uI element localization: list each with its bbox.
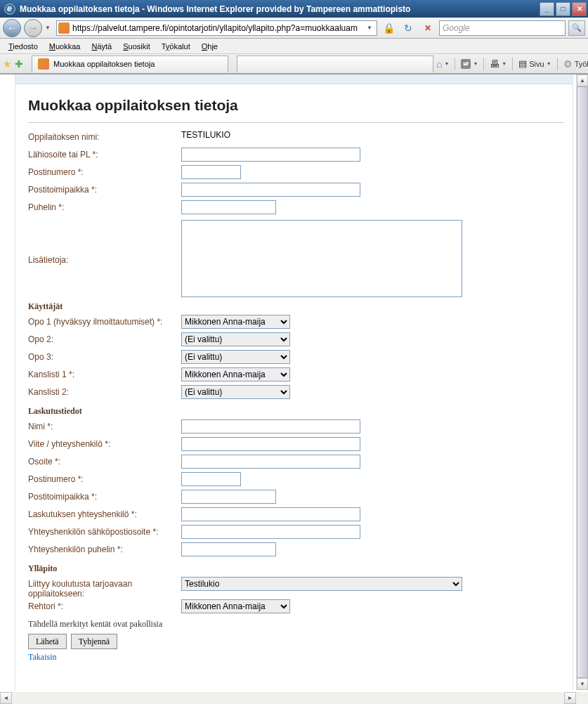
tab-title: Muokkaa oppilaitoksen tietoja <box>53 60 155 68</box>
history-dropdown[interactable]: ▼ <box>45 25 53 31</box>
vertical-scrollbar[interactable]: ▲ ▼ <box>576 74 588 690</box>
input-l-nimi[interactable] <box>181 419 360 434</box>
label-postitoimipaikka: Postitoimipaikka *: <box>28 183 181 195</box>
label-l-email: Yhteyshenkilön sähköpostiosoite *: <box>28 525 181 537</box>
refresh-button[interactable]: ↻ <box>400 20 417 36</box>
scroll-right-icon[interactable]: ► <box>564 692 576 704</box>
value-nimi: TESTILUKIO <box>181 130 230 140</box>
section-yllapito: Ylläpito <box>28 563 564 574</box>
input-l-postinumero[interactable] <box>181 472 241 486</box>
input-postinumero[interactable] <box>181 165 241 179</box>
scroll-left-icon[interactable]: ◄ <box>0 692 12 704</box>
label-rehtori: Rehtori *: <box>28 599 181 611</box>
back-button[interactable]: ← <box>3 19 21 37</box>
home-button[interactable]: ⌂▼ <box>433 56 452 72</box>
select-opo2[interactable]: (Ei valittu) <box>181 332 290 346</box>
page-menu[interactable]: ▤Sivu▼ <box>516 56 554 72</box>
url-text[interactable]: https://palvelut.tampere.fi/opintotarjot… <box>72 23 361 33</box>
label-l-viite: Viite / yhteyshenkilö *: <box>28 437 181 449</box>
textarea-lisatietoja[interactable] <box>181 220 462 297</box>
menu-help[interactable]: Ohje <box>197 41 222 52</box>
site-icon <box>58 22 70 34</box>
scroll-up-icon[interactable]: ▲ <box>577 74 588 86</box>
input-l-viite[interactable] <box>181 437 360 451</box>
rss-button[interactable]: ೫▼ <box>458 56 481 72</box>
select-opo3[interactable]: (Ei valittu) <box>181 350 290 364</box>
label-postinumero: Postinumero *: <box>28 165 181 177</box>
input-l-email[interactable] <box>181 525 360 539</box>
label-nimi: Oppilaitoksen nimi: <box>28 130 181 142</box>
label-liittyy: Liittyy koulutusta tarjoavaan oppilaitok… <box>28 577 181 599</box>
home-icon: ⌂ <box>436 58 442 70</box>
label-l-postinumero: Postinumero *: <box>28 472 181 484</box>
label-puhelin: Puhelin *: <box>28 200 181 212</box>
input-l-postitoimipaikka[interactable] <box>181 490 276 504</box>
menu-edit[interactable]: Muokkaa <box>45 41 85 52</box>
minimize-button[interactable]: _ <box>540 2 554 16</box>
window-titlebar: Muokkaa oppilaitoksen tietoja - Windows … <box>0 0 588 18</box>
select-kanslisti1[interactable]: Mikkonen Anna-maija <box>181 367 290 382</box>
tools-menu[interactable]: ⚙Työkalut▼ <box>561 56 588 72</box>
select-kanslisti2[interactable]: (Ei valittu) <box>181 385 290 399</box>
label-l-yhteys: Laskutuksen yhteyshenkilö *: <box>28 507 181 519</box>
tab-new[interactable] <box>237 56 433 72</box>
close-button[interactable]: ✕ <box>572 2 587 16</box>
required-note: Tähdellä merkityt kentät ovat pakollisia <box>28 619 564 630</box>
input-l-puhelin[interactable] <box>181 542 276 556</box>
tab-icon <box>38 58 49 70</box>
select-liittyy[interactable]: Testilukio <box>181 577 462 591</box>
url-input-container[interactable]: https://palvelut.tampere.fi/opintotarjot… <box>56 20 377 36</box>
add-favorite-icon[interactable]: ✚ <box>15 58 23 70</box>
label-kanslisti2: Kanslisti 2: <box>28 385 181 397</box>
input-l-osoite[interactable] <box>181 455 360 469</box>
menu-bar: Tiedosto Muokkaa Näytä Suosikit Työkalut… <box>0 39 588 54</box>
stop-button[interactable]: ✕ <box>419 20 436 36</box>
label-l-osoite: Osoite *: <box>28 455 181 467</box>
label-kanslisti1: Kanslisti 1 *: <box>28 367 181 379</box>
back-link[interactable]: Takaisin <box>28 652 56 662</box>
window-title: Muokkaa oppilaitoksen tietoja - Windows … <box>20 4 410 14</box>
address-bar: ← → ▼ https://palvelut.tampere.fi/opinto… <box>0 18 588 39</box>
maximize-button[interactable]: □ <box>556 2 570 16</box>
rss-icon: ೫ <box>461 59 471 69</box>
search-button[interactable]: 🔍 <box>568 20 585 36</box>
section-laskutustiedot: Laskutustiedot <box>28 406 564 417</box>
label-opo1: Opo 1 (hyväksyy ilmoittautumiset) *: <box>28 315 181 327</box>
submit-button[interactable]: Lähetä <box>28 634 67 649</box>
label-lahiosoite: Lähiosoite tai PL *: <box>28 148 181 159</box>
gear-icon: ⚙ <box>563 58 573 70</box>
print-icon: 🖶 <box>490 58 499 70</box>
search-input[interactable]: Google <box>439 20 566 36</box>
menu-tools[interactable]: Työkalut <box>157 41 195 52</box>
label-lisatietoja: Lisätietoja: <box>28 253 181 265</box>
print-button[interactable]: 🖶▼ <box>487 56 509 72</box>
label-opo2: Opo 2: <box>28 332 181 344</box>
reset-button[interactable]: Tyhjennä <box>71 634 117 649</box>
tab-current[interactable]: Muokkaa oppilaitoksen tietoja <box>32 56 228 72</box>
page-icon: ▤ <box>518 58 527 69</box>
lock-icon: 🔒 <box>380 20 397 36</box>
menu-favorites[interactable]: Suosikit <box>119 41 155 52</box>
label-l-puhelin: Yhteyshenkilön puhelin *: <box>28 542 181 554</box>
url-dropdown[interactable]: ▼ <box>364 25 375 31</box>
favorites-icon[interactable]: ★ <box>3 58 12 70</box>
menu-view[interactable]: Näytä <box>87 41 116 52</box>
select-rehtori[interactable]: Mikkonen Anna-maija <box>181 599 290 613</box>
input-postitoimipaikka[interactable] <box>181 183 360 197</box>
input-l-yhteys[interactable] <box>181 507 360 521</box>
menu-file[interactable]: Tiedosto <box>4 41 42 52</box>
input-puhelin[interactable] <box>181 200 276 214</box>
label-opo3: Opo 3: <box>28 350 181 362</box>
label-l-postitoimipaikka: Postitoimipaikka *: <box>28 490 181 502</box>
forward-button[interactable]: → <box>24 19 42 37</box>
tab-bar: ★ ✚ Muokkaa oppilaitoksen tietoja ⌂▼ ೫▼ … <box>0 54 588 74</box>
ie-icon <box>4 4 15 15</box>
page-heading: Muokkaa oppilaitoksen tietoja <box>28 97 564 114</box>
input-lahiosoite[interactable] <box>181 148 360 162</box>
scroll-down-icon[interactable]: ▼ <box>577 678 588 690</box>
section-kayttajat: Käyttäjät <box>28 301 564 312</box>
label-l-nimi: Nimi *: <box>28 419 181 431</box>
select-opo1[interactable]: Mikkonen Anna-maija <box>181 315 290 329</box>
horizontal-scrollbar[interactable]: ◄ ► <box>0 692 576 704</box>
